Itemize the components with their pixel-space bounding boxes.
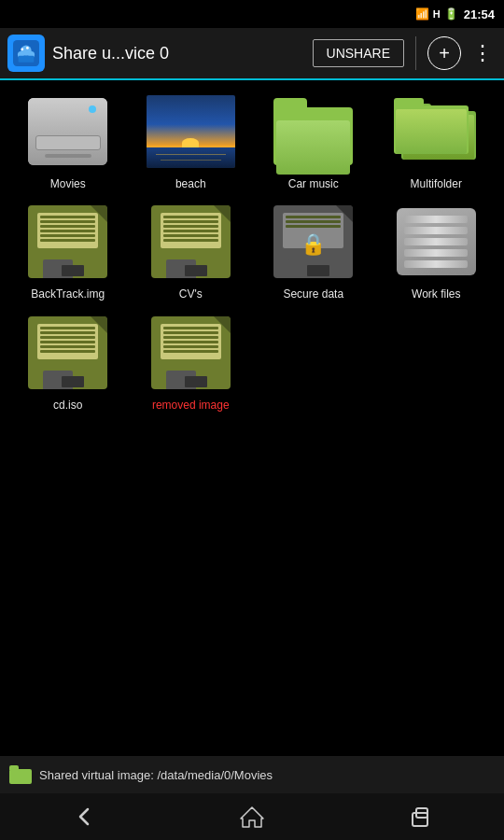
floppy-line (163, 345, 218, 348)
home-button[interactable] (239, 804, 265, 830)
floppy-line (286, 216, 341, 218)
top-bar: Share u...vice 0 UNSHARE + ⋮ (0, 28, 504, 80)
floppy-line (163, 216, 218, 218)
file-item-backtrack[interactable]: BackTrack.img (9, 200, 127, 301)
app-icon (7, 35, 45, 72)
floppy-icon-cdiso (28, 316, 107, 389)
floppy-line (40, 341, 95, 343)
floppy-shutter (288, 259, 318, 278)
svg-point-6 (26, 47, 29, 49)
floppy-shutter (43, 259, 73, 278)
carmusic-label: Car music (288, 177, 339, 190)
recents-button[interactable] (407, 804, 433, 830)
file-item-removedimage[interactable]: removed image (133, 311, 250, 412)
status-signal: 📶 (415, 7, 429, 21)
drive-icon (28, 98, 107, 165)
status-bar: 📶 H 🔋 21:54 (0, 0, 504, 28)
svg-marker-7 (241, 807, 263, 827)
floppy-shutter-inner (185, 376, 207, 387)
svg-point-5 (21, 48, 23, 50)
folder-front (394, 98, 469, 154)
floppy-label-area (161, 324, 221, 359)
beach-sun (182, 138, 199, 147)
file-item-movies[interactable]: Movies (9, 90, 127, 190)
footer-folder-icon (9, 765, 32, 784)
floppy-lines (37, 213, 98, 245)
work-drive-content (397, 210, 476, 273)
securedata-label: Secure data (283, 287, 343, 301)
floppy-line (163, 220, 218, 223)
workfiles-icon-wrap (389, 200, 483, 284)
floppy-line (163, 225, 218, 228)
floppy-shutter (166, 371, 196, 389)
floppy-lines (283, 213, 343, 231)
floppy-shutter-inner (307, 265, 329, 276)
carmusic-icon-wrap (267, 90, 360, 174)
drive-led (89, 105, 96, 113)
cvs-label: CV's (179, 287, 203, 301)
floppy-line (163, 341, 218, 343)
back-button[interactable] (71, 804, 97, 830)
file-item-workfiles[interactable]: Work files (378, 200, 496, 301)
svg-rect-8 (413, 813, 427, 826)
back-icon (71, 804, 97, 830)
file-item-cvs[interactable]: CV's (133, 200, 250, 301)
status-footer: Shared virtual image: /data/media/0/Movi… (0, 756, 504, 793)
floppy-shutter-inner (62, 376, 84, 387)
file-item-securedata[interactable]: 🔒 Secure data (255, 200, 372, 301)
svg-rect-4 (19, 56, 35, 63)
floppy-shutter (43, 371, 73, 389)
floppy-icon-cvs (151, 205, 231, 278)
drive-bar-1 (404, 216, 468, 223)
page-title: Share u...vice 0 (52, 44, 305, 63)
floppy-label-area (37, 324, 98, 359)
drive-tray (35, 135, 101, 150)
floppy-line (40, 234, 95, 237)
footer-text: Shared virtual image: /data/media/0/Movi… (39, 768, 273, 782)
cdiso-label: cd.iso (53, 399, 82, 412)
floppy-shutter (166, 259, 196, 278)
more-button[interactable]: ⋮ (469, 41, 497, 65)
floppy-line (40, 327, 95, 329)
floppy-line (163, 327, 218, 329)
folder-body-inner (276, 120, 350, 175)
multifolder-icon-wrap (389, 90, 483, 174)
multifolder-label: Multifolder (411, 177, 462, 190)
status-icons: 📶 H 🔋 21:54 (415, 7, 495, 21)
removedimage-label: removed image (152, 399, 230, 412)
floppy-line (163, 350, 218, 353)
file-item-carmusic[interactable]: Car music (255, 90, 372, 190)
floppy-lines (161, 213, 221, 245)
floppy-line (40, 230, 95, 232)
backtrack-icon-wrap (21, 200, 115, 284)
status-time: 21:54 (464, 7, 495, 21)
floppy-lines (37, 324, 98, 356)
floppy-line (163, 230, 218, 232)
floppy-line (286, 225, 341, 228)
beach-thumbnail (147, 95, 235, 168)
unshare-button[interactable]: UNSHARE (313, 39, 404, 67)
floppy-shutter-inner (62, 265, 84, 276)
file-item-beach[interactable]: beach (133, 90, 250, 190)
drive-slot (45, 154, 91, 158)
lock-icon: 🔒 (301, 232, 326, 257)
file-item-multifolder[interactable]: Multifolder (378, 90, 496, 190)
floppy-line (163, 239, 218, 242)
add-icon: + (439, 44, 450, 63)
floppy-line (40, 336, 95, 339)
floppy-line (40, 225, 95, 228)
workfiles-label: Work files (412, 287, 460, 301)
floppy-line (40, 239, 95, 242)
floppy-icon-backtrack (28, 205, 107, 278)
status-battery: 🔋 (444, 7, 458, 21)
folder-icon-carmusic (273, 98, 353, 165)
floppy-line (40, 216, 95, 218)
cdiso-icon-wrap (21, 311, 115, 395)
securedata-icon-wrap: 🔒 (267, 200, 360, 284)
folder-body (273, 107, 353, 165)
add-button[interactable]: + (427, 36, 461, 70)
beach-label: beach (175, 177, 206, 190)
status-h: H (433, 8, 441, 20)
floppy-line (40, 350, 95, 353)
file-item-cdiso[interactable]: cd.iso (9, 311, 127, 412)
